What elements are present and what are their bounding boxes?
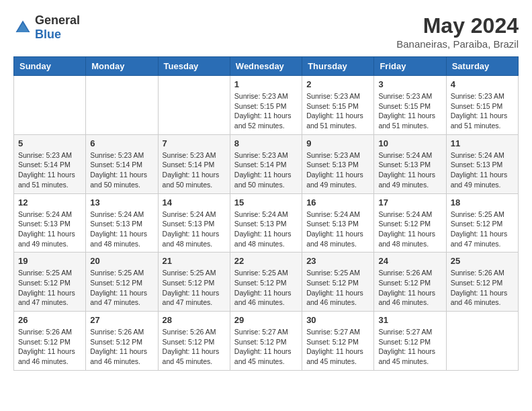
- day-number: 9: [306, 138, 369, 148]
- day-number: 2: [306, 79, 369, 89]
- day-number: 3: [378, 79, 441, 89]
- calendar-week-row: 5Sunrise: 5:23 AM Sunset: 5:14 PM Daylig…: [14, 134, 519, 193]
- calendar-cell: 11Sunrise: 5:24 AM Sunset: 5:13 PM Dayli…: [446, 134, 518, 193]
- day-number: 6: [90, 138, 153, 148]
- day-number: 8: [234, 138, 298, 148]
- day-info: Sunrise: 5:23 AM Sunset: 5:14 PM Dayligh…: [234, 150, 298, 190]
- calendar-cell: 8Sunrise: 5:23 AM Sunset: 5:14 PM Daylig…: [230, 134, 302, 193]
- day-number: 31: [378, 315, 441, 325]
- weekday-header-wednesday: Wednesday: [230, 57, 302, 76]
- day-number: 7: [163, 138, 226, 148]
- day-number: 1: [234, 79, 298, 89]
- logo-blue: Blue: [35, 28, 61, 41]
- day-info: Sunrise: 5:25 AM Sunset: 5:12 PM Dayligh…: [90, 268, 153, 308]
- day-info: Sunrise: 5:23 AM Sunset: 5:14 PM Dayligh…: [18, 150, 81, 190]
- calendar-cell: 1Sunrise: 5:23 AM Sunset: 5:15 PM Daylig…: [230, 76, 302, 135]
- page-header: General Blue May 2024 Bananeiras, Paraib…: [13, 13, 519, 50]
- day-number: 10: [378, 138, 441, 148]
- day-number: 17: [378, 197, 441, 208]
- day-info: Sunrise: 5:23 AM Sunset: 5:15 PM Dayligh…: [451, 91, 514, 131]
- day-number: 15: [234, 197, 298, 208]
- calendar-cell: [158, 76, 230, 135]
- calendar-cell: [446, 312, 518, 371]
- calendar-cell: 4Sunrise: 5:23 AM Sunset: 5:15 PM Daylig…: [446, 76, 518, 135]
- day-info: Sunrise: 5:26 AM Sunset: 5:12 PM Dayligh…: [18, 327, 81, 367]
- calendar-week-row: 1Sunrise: 5:23 AM Sunset: 5:15 PM Daylig…: [14, 76, 519, 135]
- day-number: 24: [378, 256, 441, 266]
- day-info: Sunrise: 5:26 AM Sunset: 5:12 PM Dayligh…: [163, 327, 226, 367]
- day-info: Sunrise: 5:27 AM Sunset: 5:12 PM Dayligh…: [378, 327, 441, 367]
- day-number: 22: [234, 256, 298, 266]
- day-number: 12: [18, 197, 81, 208]
- day-number: 11: [451, 138, 514, 148]
- calendar-cell: 15Sunrise: 5:24 AM Sunset: 5:13 PM Dayli…: [230, 193, 302, 253]
- calendar-location: Bananeiras, Paraiba, Brazil: [396, 38, 519, 50]
- calendar-cell: 25Sunrise: 5:26 AM Sunset: 5:12 PM Dayli…: [446, 253, 518, 312]
- day-number: 29: [234, 315, 298, 325]
- day-number: 20: [90, 256, 153, 266]
- calendar-week-row: 26Sunrise: 5:26 AM Sunset: 5:12 PM Dayli…: [14, 312, 519, 371]
- logo-icon: [13, 18, 32, 37]
- day-number: 21: [163, 256, 226, 266]
- day-info: Sunrise: 5:23 AM Sunset: 5:14 PM Dayligh…: [90, 150, 153, 190]
- calendar-cell: 9Sunrise: 5:23 AM Sunset: 5:13 PM Daylig…: [302, 134, 374, 193]
- calendar-cell: 10Sunrise: 5:24 AM Sunset: 5:13 PM Dayli…: [374, 134, 446, 193]
- day-info: Sunrise: 5:24 AM Sunset: 5:13 PM Dayligh…: [90, 210, 153, 249]
- weekday-header-monday: Monday: [86, 57, 158, 76]
- calendar-cell: 2Sunrise: 5:23 AM Sunset: 5:15 PM Daylig…: [302, 76, 374, 135]
- day-info: Sunrise: 5:27 AM Sunset: 5:12 PM Dayligh…: [306, 327, 369, 367]
- calendar-cell: 27Sunrise: 5:26 AM Sunset: 5:12 PM Dayli…: [86, 312, 158, 371]
- day-info: Sunrise: 5:23 AM Sunset: 5:13 PM Dayligh…: [306, 150, 369, 190]
- day-info: Sunrise: 5:24 AM Sunset: 5:12 PM Dayligh…: [378, 210, 441, 249]
- calendar-cell: 30Sunrise: 5:27 AM Sunset: 5:12 PM Dayli…: [302, 312, 374, 371]
- calendar-cell: 12Sunrise: 5:24 AM Sunset: 5:13 PM Dayli…: [14, 193, 86, 253]
- calendar-cell: 24Sunrise: 5:26 AM Sunset: 5:12 PM Dayli…: [374, 253, 446, 312]
- calendar-cell: 21Sunrise: 5:25 AM Sunset: 5:12 PM Dayli…: [158, 253, 230, 312]
- calendar-title: May 2024: [396, 13, 519, 38]
- day-info: Sunrise: 5:25 AM Sunset: 5:12 PM Dayligh…: [234, 268, 298, 308]
- day-info: Sunrise: 5:24 AM Sunset: 5:13 PM Dayligh…: [378, 150, 441, 190]
- day-info: Sunrise: 5:24 AM Sunset: 5:13 PM Dayligh…: [163, 210, 226, 249]
- day-number: 16: [306, 197, 369, 208]
- calendar-cell: 31Sunrise: 5:27 AM Sunset: 5:12 PM Dayli…: [374, 312, 446, 371]
- day-number: 14: [163, 197, 226, 208]
- day-info: Sunrise: 5:25 AM Sunset: 5:12 PM Dayligh…: [163, 268, 226, 308]
- calendar-cell: 20Sunrise: 5:25 AM Sunset: 5:12 PM Dayli…: [86, 253, 158, 312]
- calendar-cell: 26Sunrise: 5:26 AM Sunset: 5:12 PM Dayli…: [14, 312, 86, 371]
- calendar-cell: 19Sunrise: 5:25 AM Sunset: 5:12 PM Dayli…: [14, 253, 86, 312]
- title-block: May 2024 Bananeiras, Paraiba, Brazil: [396, 13, 519, 50]
- logo: General Blue: [13, 13, 80, 42]
- day-info: Sunrise: 5:26 AM Sunset: 5:12 PM Dayligh…: [451, 268, 514, 308]
- day-info: Sunrise: 5:23 AM Sunset: 5:14 PM Dayligh…: [163, 150, 226, 190]
- calendar-week-row: 12Sunrise: 5:24 AM Sunset: 5:13 PM Dayli…: [14, 193, 519, 253]
- calendar-cell: 23Sunrise: 5:25 AM Sunset: 5:12 PM Dayli…: [302, 253, 374, 312]
- calendar-cell: 18Sunrise: 5:25 AM Sunset: 5:12 PM Dayli…: [446, 193, 518, 253]
- calendar-cell: 14Sunrise: 5:24 AM Sunset: 5:13 PM Dayli…: [158, 193, 230, 253]
- calendar-cell: 28Sunrise: 5:26 AM Sunset: 5:12 PM Dayli…: [158, 312, 230, 371]
- calendar-cell: 5Sunrise: 5:23 AM Sunset: 5:14 PM Daylig…: [14, 134, 86, 193]
- day-number: 28: [163, 315, 226, 325]
- day-info: Sunrise: 5:24 AM Sunset: 5:13 PM Dayligh…: [18, 210, 81, 249]
- logo-general: General: [35, 13, 80, 27]
- day-number: 4: [451, 79, 514, 89]
- day-info: Sunrise: 5:27 AM Sunset: 5:12 PM Dayligh…: [234, 327, 298, 367]
- calendar-cell: 16Sunrise: 5:24 AM Sunset: 5:13 PM Dayli…: [302, 193, 374, 253]
- weekday-header-row: SundayMondayTuesdayWednesdayThursdayFrid…: [14, 57, 519, 76]
- weekday-header-thursday: Thursday: [302, 57, 374, 76]
- weekday-header-friday: Friday: [374, 57, 446, 76]
- calendar-cell: 6Sunrise: 5:23 AM Sunset: 5:14 PM Daylig…: [86, 134, 158, 193]
- weekday-header-tuesday: Tuesday: [158, 57, 230, 76]
- day-number: 26: [18, 315, 81, 325]
- day-info: Sunrise: 5:23 AM Sunset: 5:15 PM Dayligh…: [378, 91, 441, 131]
- calendar-cell: 13Sunrise: 5:24 AM Sunset: 5:13 PM Dayli…: [86, 193, 158, 253]
- calendar-cell: 22Sunrise: 5:25 AM Sunset: 5:12 PM Dayli…: [230, 253, 302, 312]
- calendar-cell: 29Sunrise: 5:27 AM Sunset: 5:12 PM Dayli…: [230, 312, 302, 371]
- weekday-header-sunday: Sunday: [14, 57, 86, 76]
- day-number: 13: [90, 197, 153, 208]
- day-number: 25: [451, 256, 514, 266]
- day-number: 27: [90, 315, 153, 325]
- day-info: Sunrise: 5:25 AM Sunset: 5:12 PM Dayligh…: [306, 268, 369, 308]
- day-info: Sunrise: 5:24 AM Sunset: 5:13 PM Dayligh…: [234, 210, 298, 249]
- day-number: 30: [306, 315, 369, 325]
- weekday-header-saturday: Saturday: [446, 57, 518, 76]
